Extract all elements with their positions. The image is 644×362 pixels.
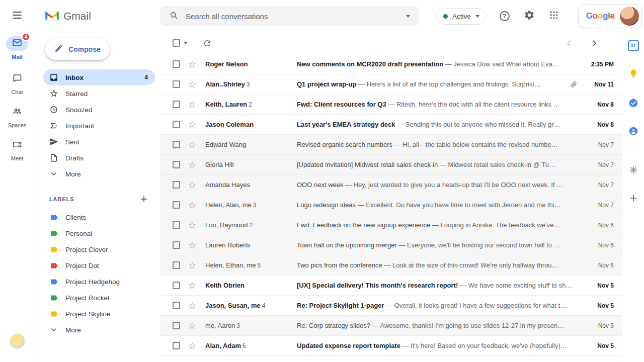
email-checkbox[interactable] xyxy=(173,141,180,148)
profile-avatar[interactable] xyxy=(620,7,639,26)
addon-icon[interactable] xyxy=(627,163,640,176)
star-icon[interactable] xyxy=(188,180,197,190)
email-subject-snippet: Last year's EMEA strategy deck — Sending… xyxy=(297,121,577,128)
email-checkbox[interactable] xyxy=(173,241,180,249)
select-all-caret-icon[interactable] xyxy=(184,42,188,44)
email-checkbox[interactable] xyxy=(173,161,180,168)
rail-label-spaces: Spaces xyxy=(8,122,27,128)
email-checkbox[interactable] xyxy=(173,181,180,189)
menu-icon[interactable] xyxy=(13,12,22,21)
email-checkbox[interactable] xyxy=(173,342,180,349)
email-row[interactable]: Jason, Susan, me4Re: Project Skylight 1-… xyxy=(160,296,622,316)
status-selector[interactable]: Active xyxy=(436,8,487,25)
email-checkbox[interactable] xyxy=(173,322,180,329)
email-subject: Town hall on the upcoming merger xyxy=(297,241,397,249)
star-icon[interactable] xyxy=(188,160,197,169)
rail-item-spaces[interactable]: Spaces xyxy=(0,105,34,128)
apps-grid-button[interactable] xyxy=(547,10,560,23)
contacts-icon[interactable] xyxy=(627,125,640,138)
email-row[interactable]: Amanda HayesOOO next week — Hey, just wa… xyxy=(160,175,622,195)
email-row[interactable]: Helen, Ethan, me5Two pics from the confe… xyxy=(160,255,622,276)
profile-sticker[interactable] xyxy=(10,333,25,349)
search-bar[interactable] xyxy=(160,6,419,26)
refresh-button[interactable] xyxy=(201,37,214,50)
email-row[interactable]: Lori, Raymond2Fwd: Feedback on the new s… xyxy=(160,215,622,235)
email-checkbox[interactable] xyxy=(173,261,180,269)
sidebar-label-project-rocket[interactable]: Project Rocket xyxy=(43,290,155,306)
email-row[interactable]: Jason ColemanLast year's EMEA strategy d… xyxy=(160,115,622,135)
compose-button[interactable]: Compose xyxy=(45,38,110,60)
star-icon[interactable] xyxy=(188,60,197,69)
email-row[interactable]: Helen, Alan, me3Logo redesign ideas — Ex… xyxy=(160,195,622,215)
settings-button[interactable] xyxy=(523,10,536,23)
star-icon[interactable] xyxy=(188,281,197,290)
email-checkbox[interactable] xyxy=(173,121,180,128)
email-row[interactable]: me, Aaron3Re: Corp strategy slides? — Aw… xyxy=(160,316,622,336)
email-checkbox[interactable] xyxy=(173,201,180,209)
email-row[interactable]: Keith Obrien[UX] Special delivery! This … xyxy=(160,276,622,296)
star-icon[interactable] xyxy=(188,120,197,129)
help-button[interactable]: ? xyxy=(498,10,511,23)
sidebar-item-sent[interactable]: Sent xyxy=(43,134,155,150)
mail-pill[interactable]: 4 xyxy=(6,36,28,51)
star-icon[interactable] xyxy=(188,140,197,149)
sidebar-item-snoozed[interactable]: Snoozed xyxy=(43,102,155,118)
rail-item-meet[interactable]: Meet xyxy=(0,138,34,161)
email-row[interactable]: Roger NelsonNew comments on MCR2020 draf… xyxy=(160,54,622,74)
search-options-caret-icon[interactable] xyxy=(406,15,410,18)
account-card[interactable]: Google xyxy=(578,4,642,28)
sidebar-item-more[interactable]: More xyxy=(43,166,155,182)
email-row[interactable]: Alan, Adam6Updated expense report templa… xyxy=(160,336,622,356)
sidebar-label-project-dot[interactable]: Project Dot xyxy=(43,257,155,274)
older-page-button[interactable] xyxy=(588,37,601,50)
meet-pill[interactable] xyxy=(6,138,28,153)
tasks-icon[interactable] xyxy=(627,97,640,110)
email-checkbox[interactable] xyxy=(173,282,180,289)
create-label-button[interactable] xyxy=(139,194,149,204)
email-row[interactable]: Lauren RobertsTown hall on the upcoming … xyxy=(160,235,622,255)
sidebar-labels-more[interactable]: More xyxy=(43,322,155,338)
email-checkbox[interactable] xyxy=(173,302,180,309)
star-icon[interactable] xyxy=(188,241,197,250)
star-icon[interactable] xyxy=(188,221,197,230)
star-icon[interactable] xyxy=(188,341,197,350)
sidebar-item-starred[interactable]: Starred xyxy=(43,85,155,102)
sidebar-label-project-hedgehog[interactable]: Project Hedgehog xyxy=(43,274,155,290)
keep-icon[interactable] xyxy=(627,67,640,80)
sidebar-label-name: Project Hedgehog xyxy=(65,278,148,286)
sidebar-item-important[interactable]: Important xyxy=(43,118,155,134)
star-icon[interactable] xyxy=(188,321,197,330)
email-checkbox[interactable] xyxy=(173,60,180,68)
select-all-checkbox[interactable] xyxy=(173,39,180,47)
rail-item-chat[interactable]: Chat xyxy=(0,71,34,95)
sidebar-label-project-clover[interactable]: Project Clover xyxy=(43,241,155,257)
star-icon[interactable] xyxy=(188,261,197,270)
star-icon[interactable] xyxy=(188,201,197,210)
calendar-icon[interactable]: 31 xyxy=(627,39,640,52)
spaces-pill[interactable] xyxy=(6,105,28,120)
select-all-control[interactable] xyxy=(173,39,188,47)
rail-item-mail[interactable]: 4 Mail xyxy=(0,36,34,60)
sidebar-item-inbox[interactable]: Inbox4 xyxy=(43,69,155,85)
sidebar-label-personal[interactable]: Personal xyxy=(43,225,155,241)
sidebar-label-project-skyline[interactable]: Project Skyline xyxy=(43,306,155,322)
sidebar-item-drafts[interactable]: Drafts xyxy=(43,150,155,166)
email-row[interactable]: Alan..Shirley3Q1 project wrap-up — Here'… xyxy=(160,74,622,95)
email-checkbox[interactable] xyxy=(173,101,180,108)
newer-page-button[interactable] xyxy=(562,37,576,50)
get-addons-plus-icon[interactable] xyxy=(627,192,640,205)
star-icon[interactable] xyxy=(188,100,197,109)
email-checkbox[interactable] xyxy=(173,221,180,229)
chat-pill[interactable] xyxy=(6,71,28,86)
email-row[interactable]: Edward WangRevised organic search number… xyxy=(160,135,622,155)
meet-icon xyxy=(12,139,23,152)
search-input[interactable] xyxy=(185,12,400,21)
sidebar-label-clients[interactable]: Clients xyxy=(43,209,155,225)
search-icon[interactable] xyxy=(169,11,179,22)
star-icon[interactable] xyxy=(188,80,197,89)
status-label: Active xyxy=(452,13,471,20)
email-row[interactable]: Keith, Lauren2Fwd: Client resources for … xyxy=(160,95,622,115)
star-icon[interactable] xyxy=(188,301,197,310)
email-checkbox[interactable] xyxy=(173,80,180,88)
email-row[interactable]: Gloria Hill[Updated invitation] Midwest … xyxy=(160,155,622,175)
